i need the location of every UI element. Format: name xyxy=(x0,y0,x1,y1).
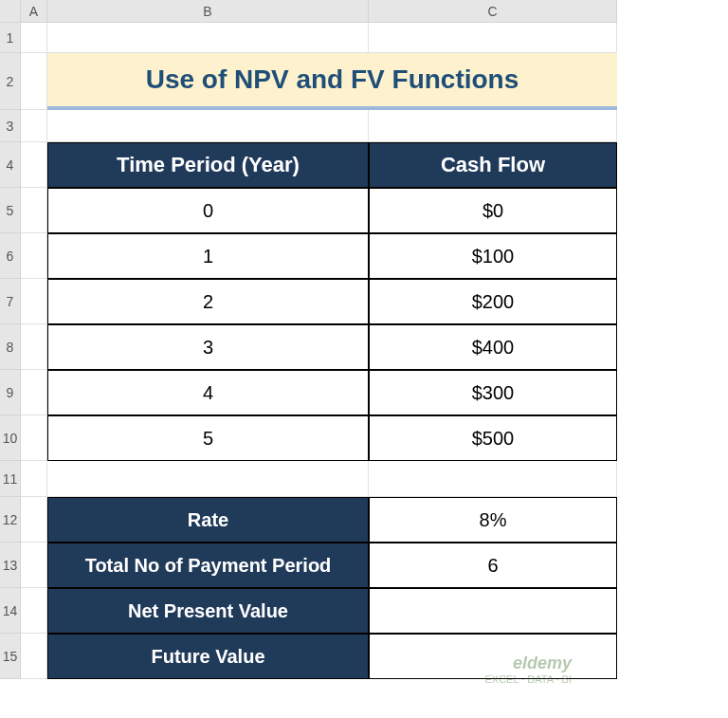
cell-C10[interactable]: $500 xyxy=(369,415,617,461)
row-header-3[interactable]: 3 xyxy=(0,110,21,142)
cell-C5[interactable]: $0 xyxy=(369,188,617,233)
row-header-4[interactable]: 4 xyxy=(0,142,21,188)
param-value-npv[interactable] xyxy=(369,588,617,634)
cell-C11[interactable] xyxy=(369,461,617,497)
cell-C1[interactable] xyxy=(369,23,617,53)
cell-C8[interactable]: $400 xyxy=(369,324,617,370)
title-cell[interactable]: Use of NPV and FV Functions xyxy=(47,53,617,110)
cell-A3[interactable] xyxy=(21,110,47,142)
table-header-time-period[interactable]: Time Period (Year) xyxy=(47,142,369,188)
cell-C6[interactable]: $100 xyxy=(369,233,617,279)
cell-C3[interactable] xyxy=(369,110,617,142)
cell-A6[interactable] xyxy=(21,233,47,279)
param-label-npv[interactable]: Net Present Value xyxy=(47,588,369,634)
param-value-fv[interactable] xyxy=(369,634,617,679)
cell-A13[interactable] xyxy=(21,543,47,588)
cell-A7[interactable] xyxy=(21,279,47,324)
row-header-5[interactable]: 5 xyxy=(0,188,21,233)
cell-A8[interactable] xyxy=(21,324,47,370)
cell-C7[interactable]: $200 xyxy=(369,279,617,324)
row-header-12[interactable]: 12 xyxy=(0,497,21,543)
row-header-7[interactable]: 7 xyxy=(0,279,21,324)
cell-A12[interactable] xyxy=(21,497,47,543)
cell-A14[interactable] xyxy=(21,588,47,634)
row-header-8[interactable]: 8 xyxy=(0,324,21,370)
cell-B6[interactable]: 1 xyxy=(47,233,369,279)
cell-A11[interactable] xyxy=(21,461,47,497)
cell-A2[interactable] xyxy=(21,53,47,110)
cell-B11[interactable] xyxy=(47,461,369,497)
row-header-10[interactable]: 10 xyxy=(0,415,21,461)
table-header-cash-flow[interactable]: Cash Flow xyxy=(369,142,617,188)
row-header-2[interactable]: 2 xyxy=(0,53,21,110)
row-header-11[interactable]: 11 xyxy=(0,461,21,497)
cell-C9[interactable]: $300 xyxy=(369,370,617,415)
spreadsheet-grid: A B C 1 2 3 4 5 6 7 8 9 10 11 12 13 14 1… xyxy=(0,0,728,679)
param-value-periods[interactable]: 6 xyxy=(369,543,617,588)
select-all-corner[interactable] xyxy=(0,0,21,23)
col-header-B[interactable]: B xyxy=(47,0,369,23)
row-header-1[interactable]: 1 xyxy=(0,23,21,53)
param-value-rate[interactable]: 8% xyxy=(369,497,617,543)
cell-A5[interactable] xyxy=(21,188,47,233)
cell-B8[interactable]: 3 xyxy=(47,324,369,370)
col-header-A[interactable]: A xyxy=(21,0,47,23)
cell-A4[interactable] xyxy=(21,142,47,188)
cell-B1[interactable] xyxy=(47,23,369,53)
col-header-C[interactable]: C xyxy=(369,0,617,23)
row-header-14[interactable]: 14 xyxy=(0,588,21,634)
param-label-fv[interactable]: Future Value xyxy=(47,634,369,679)
row-header-15[interactable]: 15 xyxy=(0,634,21,679)
param-label-rate[interactable]: Rate xyxy=(47,497,369,543)
cell-A15[interactable] xyxy=(21,634,47,679)
cell-B10[interactable]: 5 xyxy=(47,415,369,461)
row-header-6[interactable]: 6 xyxy=(0,233,21,279)
cell-B5[interactable]: 0 xyxy=(47,188,369,233)
cell-A9[interactable] xyxy=(21,370,47,415)
cell-B7[interactable]: 2 xyxy=(47,279,369,324)
row-header-9[interactable]: 9 xyxy=(0,370,21,415)
cell-A10[interactable] xyxy=(21,415,47,461)
row-header-13[interactable]: 13 xyxy=(0,543,21,588)
param-label-periods[interactable]: Total No of Payment Period xyxy=(47,543,369,588)
cell-B3[interactable] xyxy=(47,110,369,142)
cell-A1[interactable] xyxy=(21,23,47,53)
cell-B9[interactable]: 4 xyxy=(47,370,369,415)
